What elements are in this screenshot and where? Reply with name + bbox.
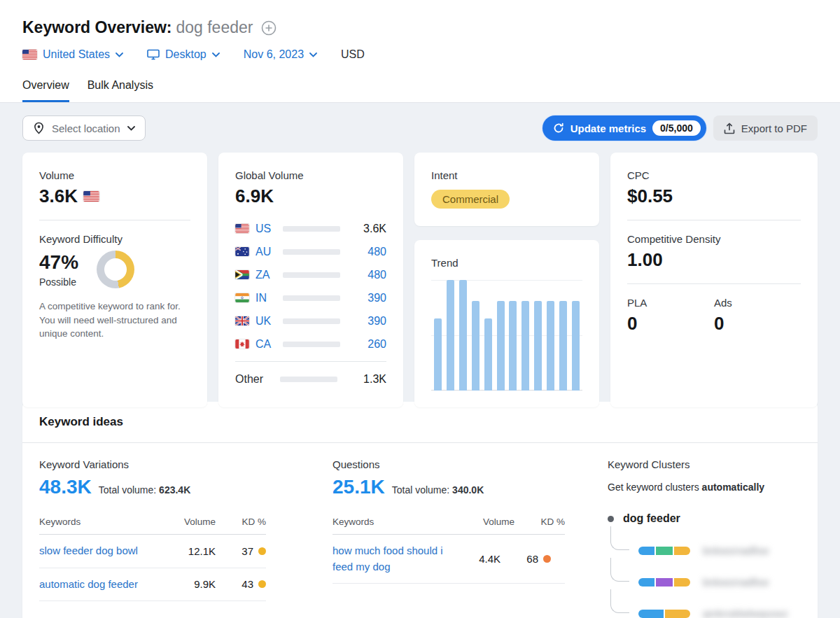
- country-row: IN 390: [235, 286, 386, 309]
- tab-overview[interactable]: Overview: [22, 79, 69, 102]
- trend-bar: [522, 301, 529, 391]
- kd-dot: [543, 555, 551, 563]
- chevron-down-icon: [309, 52, 317, 57]
- country-row: AU 480: [235, 240, 386, 263]
- volume-bar: [283, 342, 340, 347]
- update-metrics-button[interactable]: Update metrics 0/5,000: [542, 115, 706, 141]
- column-header-kd: KD %: [514, 517, 565, 527]
- chevron-down-icon: [127, 126, 135, 131]
- us-flag-icon: [83, 191, 99, 202]
- global-volume-value: 6.9K: [235, 185, 274, 207]
- volume-bar: [283, 295, 340, 301]
- keyword-difficulty-description: A competitive keyword to rank for. You w…: [39, 300, 190, 341]
- country-code[interactable]: US: [255, 223, 276, 235]
- other-row: Other 1.3K: [235, 367, 386, 391]
- page-header: Keyword Overview:dog feeder United State…: [0, 0, 840, 103]
- filter-bar: United States Desktop Nov 6, 2023 USD: [22, 48, 818, 61]
- country-code[interactable]: ZA: [255, 269, 276, 281]
- country-row: CA 260: [235, 332, 386, 356]
- questions-column: Questions 25.1K Total volume: 340.0K Key…: [332, 458, 607, 618]
- keyword-variations-table: Keywords Volume KD % slow feeder dog bow…: [39, 517, 266, 601]
- table-row: how much food should i feed my dog 4.4K …: [332, 535, 565, 584]
- volume-bar: [283, 272, 340, 278]
- cluster-pill: [638, 578, 690, 587]
- questions-label: Questions: [332, 458, 607, 470]
- keyword-ideas-section: Keyword ideas Keyword Variations 48.3K T…: [22, 402, 818, 618]
- trend-bar: [484, 318, 492, 391]
- volume-label: Volume: [39, 169, 190, 181]
- country-code[interactable]: CA: [255, 338, 276, 351]
- column-header-volume: Volume: [465, 517, 514, 527]
- cluster-blurred-text: bnkwsmadfsw: [703, 545, 769, 556]
- date-filter[interactable]: Nov 6, 2023: [244, 48, 317, 61]
- page-title-keyword: dog feeder: [176, 18, 253, 36]
- global-volume-card: Global Volume 6.9K US 3.6K AU 480 ZA: [218, 153, 403, 407]
- country-volume: 480: [368, 246, 386, 258]
- country-volume: 390: [368, 315, 386, 328]
- in-flag-icon: [235, 293, 249, 302]
- cpc-card: CPC $0.55 Competitive Density 1.00 PLA 0…: [610, 153, 818, 407]
- cluster-item[interactable]: qmknsklwlwqsxwz: [608, 608, 801, 618]
- ca-flag-icon: [235, 339, 249, 349]
- select-location-dropdown[interactable]: Select location: [22, 115, 146, 141]
- keyword-clusters-column: Keyword Clusters Get keyword clusters au…: [607, 458, 801, 618]
- country-volume: 260: [368, 338, 386, 351]
- questions-count[interactable]: 25.1K: [332, 476, 385, 498]
- keyword-link[interactable]: how much food should i feed my dog: [332, 543, 451, 575]
- device-filter[interactable]: Desktop: [147, 48, 220, 61]
- device-filter-label: Desktop: [165, 48, 206, 61]
- keyword-difficulty-label: Keyword Difficulty: [39, 233, 190, 245]
- volume-bar: [283, 226, 340, 232]
- currency-label: USD: [341, 48, 365, 61]
- cluster-root-label: dog feeder: [623, 512, 680, 525]
- kd-cell: 68: [526, 553, 538, 565]
- country-row: US 3.6K: [235, 217, 386, 240]
- export-to-pdf-button[interactable]: Export to PDF: [713, 115, 818, 141]
- tab-bulk-analysis[interactable]: Bulk Analysis: [88, 79, 153, 102]
- keyword-link[interactable]: automatic dog feeder: [39, 577, 167, 593]
- keyword-variations-count[interactable]: 48.3K: [39, 476, 92, 498]
- cluster-blurred-text: bnkwsmadfsw: [703, 576, 769, 588]
- kd-dot: [258, 547, 266, 555]
- trend-bar: [459, 280, 467, 391]
- volume-bar: [283, 318, 340, 324]
- column-header-keywords: Keywords: [39, 517, 167, 527]
- table-row: slow feeder dog bowl 12.1K 37: [39, 535, 266, 568]
- table-row: automatic dog feeder 9.9K 43: [39, 568, 266, 602]
- difficulty-donut-chart: [97, 251, 134, 288]
- trend-bar: [547, 301, 554, 391]
- country-code[interactable]: IN: [255, 292, 276, 304]
- update-metrics-label: Update metrics: [570, 122, 646, 134]
- column-header-kd: KD %: [216, 517, 266, 527]
- intent-badge[interactable]: Commercial: [431, 190, 510, 209]
- country-code[interactable]: AU: [255, 246, 276, 258]
- update-metrics-counter: 0/5,000: [652, 120, 701, 136]
- country-volume: 3.6K: [363, 223, 386, 235]
- kd-cell: 37: [241, 545, 253, 557]
- kd-dot: [258, 580, 266, 588]
- keyword-ideas-title: Keyword ideas: [22, 402, 818, 443]
- au-flag-icon: [235, 247, 249, 256]
- country-code[interactable]: UK: [255, 315, 276, 328]
- add-keyword-icon[interactable]: [261, 20, 276, 36]
- export-icon: [724, 122, 735, 134]
- cluster-item[interactable]: bnkwsmadfsw: [608, 545, 801, 556]
- chevron-down-icon: [115, 52, 123, 57]
- toolbar: Select location Update metrics 0/5,000 E…: [22, 115, 818, 141]
- competitive-density-label: Competitive Density: [627, 233, 801, 245]
- page-title-label: Keyword Overview:: [22, 18, 172, 36]
- cluster-blurred-text: qmknsklwlwqsxwz: [703, 608, 788, 618]
- cluster-item[interactable]: bnkwsmadfsw: [608, 576, 801, 588]
- volume-cell: 9.9K: [167, 578, 216, 590]
- export-to-pdf-label: Export to PDF: [741, 122, 807, 134]
- keyword-clusters-subtitle: Get keyword clusters automatically: [608, 482, 801, 493]
- chevron-down-icon: [212, 52, 220, 57]
- location-filter[interactable]: United States: [22, 48, 123, 61]
- cluster-pill: [638, 610, 690, 618]
- volume-bar: [283, 249, 340, 255]
- volume-bar: [280, 377, 337, 382]
- keyword-variations-column: Keyword Variations 48.3K Total volume: 6…: [39, 458, 332, 618]
- keyword-link[interactable]: slow feeder dog bowl: [39, 543, 167, 559]
- trend-bar: [447, 280, 454, 391]
- za-flag-icon: [235, 270, 249, 279]
